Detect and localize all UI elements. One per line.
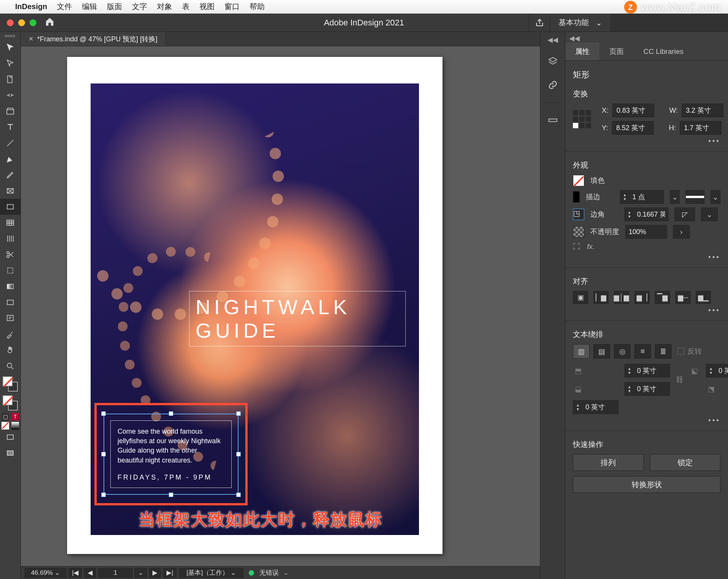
prev-page-button[interactable]: ◀ <box>84 568 96 578</box>
stroke-weight-stepper[interactable]: ▲▼ <box>620 190 664 204</box>
wrap-shape-icon[interactable]: ◎ <box>614 344 631 359</box>
menu-table[interactable]: 表 <box>182 2 190 12</box>
stroke-weight-input[interactable] <box>629 193 664 201</box>
toolbox-grip[interactable] <box>5 35 16 37</box>
crop-icon[interactable]: ⛶ <box>573 242 580 251</box>
close-tab-icon[interactable]: ✕ <box>28 35 33 42</box>
page-field[interactable]: 1 <box>98 568 132 578</box>
direct-selection-tool[interactable] <box>0 55 20 71</box>
pen-tool[interactable] <box>0 151 20 167</box>
page-tool[interactable] <box>0 71 20 87</box>
screen-mode-preview[interactable] <box>0 445 20 461</box>
handle-top-right[interactable] <box>236 411 241 416</box>
wrap-jump-next-icon[interactable]: ≣ <box>655 344 672 359</box>
tab-properties[interactable]: 属性 <box>565 42 599 60</box>
gradient-swatch-tool[interactable] <box>0 278 20 294</box>
zoom-tool[interactable] <box>0 358 20 374</box>
reference-point-grid[interactable] <box>573 110 591 128</box>
close-icon[interactable] <box>7 19 14 26</box>
type-tool[interactable] <box>0 119 20 135</box>
stroke-style-dd[interactable] <box>686 190 704 204</box>
align-hcenter-icon[interactable]: ▆│▆ <box>614 291 629 304</box>
menu-edit[interactable]: 编辑 <box>82 2 97 12</box>
selection-tool[interactable] <box>0 39 20 55</box>
handle-bot-right[interactable] <box>236 492 241 497</box>
wrap-invert[interactable]: 反转 <box>678 346 702 356</box>
align-left-icon[interactable]: ▏▆ <box>593 291 609 304</box>
menu-file[interactable]: 文件 <box>57 2 72 12</box>
eyedropper-tool[interactable] <box>0 326 20 342</box>
wrap-none-icon[interactable]: ▥ <box>573 344 590 359</box>
corner-icon[interactable]: ◳ <box>573 209 584 220</box>
align-more-icon[interactable]: ••• <box>573 306 720 315</box>
last-page-button[interactable]: ▶| <box>163 568 176 578</box>
corner-input[interactable] <box>634 211 668 219</box>
align-top-icon[interactable]: ▔▆ <box>655 291 670 304</box>
handle-top-mid[interactable] <box>169 411 173 416</box>
menu-text[interactable]: 文字 <box>132 2 147 12</box>
text-wrap-more-icon[interactable]: ••• <box>573 416 720 425</box>
zoom-level[interactable]: 46.69% ⌄ <box>25 568 66 578</box>
w-input[interactable] <box>682 104 723 117</box>
menu-window[interactable]: 窗口 <box>224 2 240 12</box>
menu-object[interactable]: 对象 <box>157 2 172 12</box>
corner-shape-dd[interactable]: ◸ <box>675 208 695 221</box>
first-page-button[interactable]: |◀ <box>69 568 82 578</box>
handle-bot-mid[interactable] <box>169 492 173 497</box>
corner-stepper[interactable]: ▲▼ <box>624 208 668 221</box>
appearance-more-icon[interactable]: ••• <box>573 253 720 261</box>
convert-shape-button[interactable]: 转换形状 <box>573 476 720 493</box>
handle-mid-right[interactable] <box>236 452 241 456</box>
document-tab[interactable]: ✕ *Frames.indd @ 47% [GPU 预览] [转换] <box>21 32 165 46</box>
workspace-dropdown[interactable]: 基本功能 ⌄ <box>550 14 610 31</box>
opacity-input-wrap[interactable] <box>625 225 667 239</box>
invert-checkbox[interactable] <box>678 348 684 355</box>
preflight-status[interactable]: 无错误 <box>259 568 279 577</box>
menu-view[interactable]: 视图 <box>199 2 215 12</box>
hand-tool[interactable] <box>0 342 20 358</box>
selected-frame[interactable]: Come see the world famous jellyfishes at… <box>104 414 238 495</box>
y-input[interactable] <box>612 121 654 135</box>
note-tool[interactable] <box>0 310 20 326</box>
gap-tool[interactable] <box>0 87 20 103</box>
stroke-swatch[interactable] <box>573 191 580 203</box>
scissors-tool[interactable] <box>0 247 20 263</box>
x-input[interactable] <box>612 104 654 117</box>
fill-swatch[interactable] <box>573 175 584 186</box>
grid-tool[interactable] <box>0 231 20 247</box>
collapse-panel-icon[interactable]: ◀◀ <box>565 32 728 42</box>
collapse-arrows-icon[interactable]: ◀◀ <box>548 36 558 44</box>
align-to-page-icon[interactable]: ▣ <box>573 291 588 304</box>
wrap-bounding-icon[interactable]: ▤ <box>593 344 610 359</box>
minimize-icon[interactable] <box>18 19 25 26</box>
transform-more-icon[interactable]: ••• <box>573 137 720 145</box>
menu-layout[interactable]: 版面 <box>107 2 122 12</box>
rectangle-tool[interactable] <box>0 199 20 215</box>
h-input[interactable] <box>680 121 722 135</box>
align-vcenter-icon[interactable]: ▆─ <box>675 291 690 304</box>
apply-gradient-icon[interactable] <box>11 422 19 430</box>
screen-mode-normal[interactable] <box>0 430 20 445</box>
gradient-feather-tool[interactable] <box>0 294 20 310</box>
free-transform-tool[interactable] <box>0 263 20 278</box>
handle-bot-left[interactable] <box>101 492 106 497</box>
apply-text-icon[interactable]: T <box>11 413 19 420</box>
fill-stroke-swatch[interactable] <box>3 376 18 392</box>
links-icon[interactable] <box>545 77 560 93</box>
fill-stroke-swatch-2[interactable] <box>3 395 18 411</box>
align-right-icon[interactable]: ▆▕ <box>634 291 650 304</box>
corner-shape-dd-arrow[interactable]: ⌄ <box>701 208 718 221</box>
opacity-slider-button[interactable]: › <box>673 225 690 239</box>
opacity-input[interactable] <box>626 228 658 236</box>
wrap-jump-icon[interactable]: ≡ <box>634 344 651 359</box>
home-icon[interactable] <box>45 17 55 28</box>
arrange-button[interactable]: 排列 <box>573 454 644 471</box>
tab-pages[interactable]: 页面 <box>599 42 634 60</box>
menu-help[interactable]: 帮助 <box>249 2 265 12</box>
pencil-tool[interactable] <box>0 167 20 183</box>
preflight-dropdown-icon[interactable]: ⌄ <box>283 569 289 577</box>
stroke-style-dd-arrow[interactable]: ⌄ <box>711 190 720 204</box>
layers-icon[interactable] <box>545 54 560 69</box>
apply-none-icon[interactable] <box>2 422 9 430</box>
page-dropdown[interactable]: ⌄ <box>135 568 147 578</box>
